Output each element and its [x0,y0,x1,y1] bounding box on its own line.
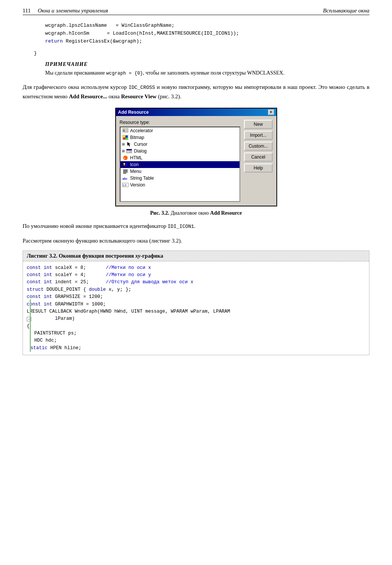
code-brace: } [34,50,369,56]
svg-rect-10 [130,151,131,152]
code-bar [30,299,31,352]
code-line: HDC hdc; [27,337,365,344]
list-item[interactable]: 1.0 Version [120,182,240,188]
version-icon: 1.0 [122,182,129,188]
note-text: Мы сделали присваивание wcgraph = {0}, ч… [45,69,369,77]
svg-text:A: A [123,129,125,132]
accelerator-icon: A [122,128,129,134]
svg-rect-16 [125,163,127,166]
string-table-icon: abc [122,175,129,181]
paragraph-2a: По умолчанию новой иконке присваивается … [23,221,369,231]
import-button[interactable]: Import... [244,131,272,140]
svg-rect-4 [125,136,128,137]
html-icon: e [122,155,129,161]
dialog-titlebar: Add Resource × [116,108,276,116]
code-line: PAINTSTRUCT ps; [27,330,365,337]
dialog-buttons-panel: New Import... Custom... Cancel Help [244,120,272,202]
code-line: { [27,323,365,330]
note-title: Примечание [45,61,369,67]
code-line: const int GRAPHWIDTH = 1000; [27,301,365,308]
list-item[interactable]: abc String Table [120,175,240,182]
menu-icon [122,168,129,174]
code-line: − lParam) [27,315,365,322]
add-resource-dialog: Add Resource × Resource type: A Accelera… [115,108,277,206]
page-header: 111 Окна и элементы управления Всплывающ… [23,8,369,15]
dialog-icon [126,148,133,154]
code-line: const int scaleX = 8; //Метки по оси x [27,264,365,272]
bitmap-icon [122,134,129,140]
code-line: struct DOUDLE_POINT { double x, y; }; [27,286,365,293]
svg-text:1.0: 1.0 [123,184,127,186]
new-button[interactable]: New [244,120,272,129]
svg-rect-3 [123,136,125,137]
resource-type-listbox[interactable]: A Accelerator Bitmap ⊞ [120,127,241,202]
code-line: static HPEN hline; [27,345,365,352]
svg-rect-5 [123,137,125,139]
help-button[interactable]: Help [244,163,272,173]
figure-caption: Рис. 3.2. Диалоговое окно Add Resource [23,210,369,216]
listing-code: const int scaleX = 8; //Метки по оси x c… [23,261,369,355]
dialog-close-button[interactable]: × [268,110,274,115]
expand-icon: ⊞ [122,149,125,153]
cancel-button[interactable]: Cancel [244,153,272,162]
dialog-container: Add Resource × Resource type: A Accelera… [23,108,369,206]
resource-type-label: Resource type: [120,120,241,125]
list-item[interactable]: ⊞ Cursor [120,141,240,148]
list-item[interactable]: Menu [120,168,240,175]
code-line: const int indent = 25; //Отступ для выво… [27,279,365,286]
list-item[interactable]: e HTML [120,154,240,161]
list-item[interactable]: A Accelerator [120,127,240,134]
code-line: const int GRAPHSIZE = 1200; [27,293,365,301]
page-header-right: Всплывающие окна [323,8,369,14]
expand-icon: ⊞ [122,142,125,146]
code-line: const int scaleY = 4; //Метки по оси y [27,272,365,279]
list-item-icon-selected[interactable]: Icon [120,161,240,168]
paragraph-1: Для графического окна используем курсор … [23,82,369,101]
page-number: 111 Окна и элементы управления [23,8,108,14]
cursor-icon [126,141,133,147]
listing-box: Листинг 3.2. Оконная функция построения … [23,250,369,356]
dialog-title: Add Resource [118,110,149,115]
list-item[interactable]: Bitmap [120,134,240,141]
svg-rect-15 [124,165,125,166]
note-box: Примечание Мы сделали присваивание wcgra… [45,61,369,77]
paragraph-2b: Рассмотрим оконную функцию всплывающего … [23,236,369,245]
dialog-body: Resource type: A Accelerator Bi [116,116,276,206]
dialog-left-panel: Resource type: A Accelerator Bi [120,120,241,202]
custom-button[interactable]: Custom... [244,142,272,151]
icon-icon [122,162,129,168]
svg-rect-9 [127,149,132,150]
svg-marker-7 [127,142,131,147]
svg-rect-14 [124,163,125,165]
code-line: LRESULT CALLBACK WndGraph(HWND hWnd, UIN… [27,308,365,315]
code-top: wcgraph.lpszClassName = WinClassGraphNam… [45,22,369,45]
svg-rect-6 [125,137,128,139]
list-item[interactable]: ⊞ Dialog [120,148,240,154]
listing-header: Листинг 3.2. Оконная функция построения … [23,251,369,261]
svg-text:abc: abc [122,177,128,180]
